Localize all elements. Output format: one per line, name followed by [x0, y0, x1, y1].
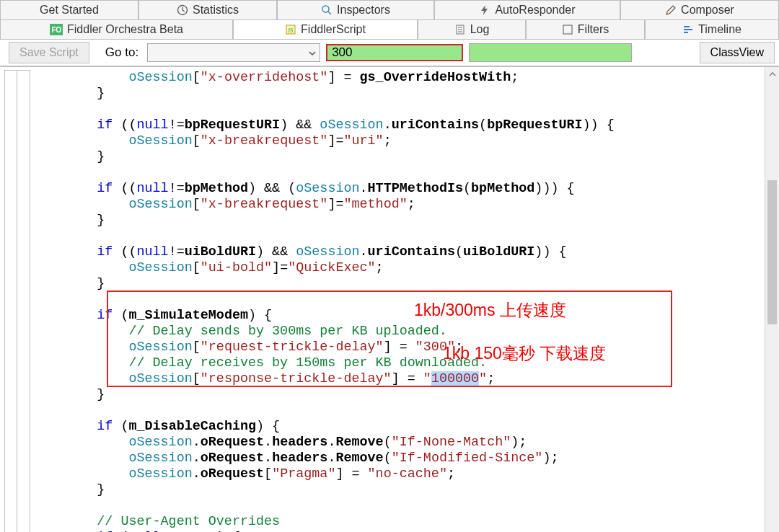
goto-combo[interactable] — [147, 43, 320, 62]
gutter — [4, 70, 30, 532]
clock-icon — [177, 4, 188, 16]
tab-autoresponder[interactable]: AutoResponder — [434, 0, 620, 19]
tab-row-1: Get Started Statistics Inspectors AutoRe… — [0, 0, 779, 19]
classview-button[interactable]: ClassView — [700, 42, 775, 63]
button-label: Save Script — [19, 46, 79, 59]
code-body[interactable]: oSession["x-overridehost"] = gs_Override… — [30, 70, 615, 532]
tab-fiddlerscript[interactable]: JS FiddlerScript — [233, 19, 418, 39]
svg-rect-5 — [563, 25, 572, 34]
tab-filters[interactable]: Filters — [526, 19, 645, 39]
selected-text: 100000 — [431, 371, 479, 386]
svg-text:JS: JS — [288, 27, 294, 34]
timeline-icon — [682, 24, 694, 35]
tab-label: FiddlerScript — [301, 23, 366, 36]
tab-log[interactable]: Log — [418, 19, 526, 39]
scroll-up-arrow[interactable] — [765, 67, 779, 81]
tab-label: Filters — [578, 23, 609, 36]
tab-label: Get Started — [40, 4, 99, 17]
tab-fiddler-orchestra-beta[interactable]: FO Fiddler Orchestra Beta — [0, 19, 233, 39]
find-value: 300 — [332, 45, 352, 60]
goto-label: Go to: — [95, 45, 141, 60]
tab-label: Statistics — [193, 4, 239, 17]
script-icon: JS — [285, 24, 296, 35]
document-icon — [454, 24, 466, 35]
svg-point-1 — [322, 6, 329, 12]
tab-label: Composer — [681, 4, 734, 17]
gutter-divider — [17, 70, 17, 532]
tab-statistics[interactable]: Statistics — [138, 0, 277, 19]
pencil-icon — [665, 4, 677, 16]
code-editor[interactable]: oSession["x-overridehost"] = gs_Override… — [0, 66, 779, 532]
lightning-icon — [479, 4, 490, 16]
tab-label: Fiddler Orchestra Beta — [67, 23, 183, 36]
chevron-down-icon — [308, 48, 317, 57]
tab-label: AutoResponder — [495, 4, 575, 17]
magnifier-icon — [321, 4, 333, 16]
tab-get-started[interactable]: Get Started — [0, 0, 138, 19]
scroll-track[interactable] — [765, 81, 779, 532]
tab-label: Timeline — [698, 23, 741, 36]
checkbox-icon — [562, 24, 573, 35]
save-script-button[interactable]: Save Script — [9, 42, 89, 63]
fo-badge-icon: FO — [50, 24, 63, 35]
scroll-thumb[interactable] — [767, 180, 777, 324]
find-results-indicator — [469, 43, 632, 62]
find-input[interactable]: 300 — [326, 44, 463, 61]
button-label: ClassView — [710, 46, 764, 59]
tab-strip: Get Started Statistics Inspectors AutoRe… — [0, 0, 779, 40]
tab-timeline[interactable]: Timeline — [645, 19, 779, 39]
script-toolbar: Save Script Go to: 300 ClassView — [0, 40, 779, 66]
tab-inspectors[interactable]: Inspectors — [277, 0, 434, 19]
tab-label: Log — [470, 23, 490, 36]
tab-label: Inspectors — [337, 4, 390, 17]
tab-composer[interactable]: Composer — [620, 0, 779, 19]
vertical-scrollbar[interactable] — [765, 67, 779, 532]
tab-row-2: FO Fiddler Orchestra Beta JS FiddlerScri… — [0, 19, 779, 39]
